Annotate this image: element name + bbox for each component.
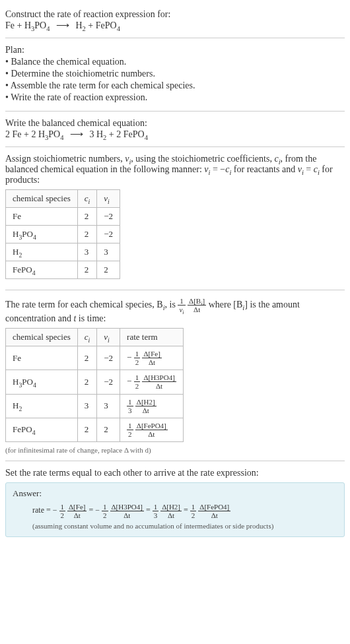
answer-box: Answer: rate = − 12 Δ[Fe]Δt = − 12 Δ[H3P… xyxy=(5,482,345,537)
plan-title: Plan: xyxy=(5,45,345,55)
final-section: Set the rate terms equal to each other t… xyxy=(5,464,345,541)
divider xyxy=(5,290,345,290)
balanced-section: Write the balanced chemical equation: 2 … xyxy=(5,114,345,144)
rateterm-intro: The rate term for each chemical species,… xyxy=(5,297,345,324)
stoich-table: chemical species ci νi Fe 2 −2 H3PO4 2 −… xyxy=(5,189,120,279)
table-row: FePO4 2 2 xyxy=(6,261,120,279)
table-row: H3PO4 2 −2 xyxy=(6,226,120,243)
frac: Δ[Bi]Δt xyxy=(188,297,206,313)
table-row: H3PO4 2 −2 − 12 Δ[H3PO4]Δt xyxy=(6,370,184,394)
plan-section: Plan: • Balance the chemical equation. •… xyxy=(5,41,345,108)
divider xyxy=(5,38,345,38)
table-row: Fe 2 −2 xyxy=(6,208,120,226)
col-nui: νi xyxy=(97,190,120,208)
balanced-title: Write the balanced chemical equation: xyxy=(5,118,345,129)
plan-item: • Determine the stoichiometric numbers. xyxy=(5,69,345,79)
rateterm-note: (for infinitesimal rate of change, repla… xyxy=(5,446,345,454)
prompt-title: Construct the rate of reaction expressio… xyxy=(5,9,345,20)
table-row: FePO4 2 2 12 Δ[FePO4]Δt xyxy=(6,418,184,441)
table-row: H2 3 3 13 Δ[H2]Δt xyxy=(6,394,184,418)
answer-assumption: (assuming constant volume and no accumul… xyxy=(13,522,337,530)
plan-item: • Write the rate of reaction expression. xyxy=(5,92,345,103)
frac: 1νi xyxy=(178,297,185,313)
prompt-section: Construct the rate of reaction expressio… xyxy=(5,5,345,35)
col-ci: ci xyxy=(77,190,97,208)
plan-item: • Balance the chemical equation. xyxy=(5,57,345,67)
divider xyxy=(5,146,345,147)
table-header-row: chemical species ci νi rate term xyxy=(6,329,184,346)
stoich-section: Assign stoichiometric numbers, νi, using… xyxy=(5,150,345,287)
divider xyxy=(5,461,345,461)
table-row: Fe 2 −2 − 12 Δ[Fe]Δt xyxy=(6,346,184,370)
stoich-intro: Assign stoichiometric numbers, νi, using… xyxy=(5,154,345,185)
divider xyxy=(5,111,345,112)
final-title: Set the rate terms equal to each other t… xyxy=(5,468,345,478)
plan-item: • Assemble the rate term for each chemic… xyxy=(5,80,345,91)
table-header-row: chemical species ci νi xyxy=(6,190,120,208)
balanced-equation: 2 Fe + 2 H3PO4 ⟶ 3 H2 + 2 FePO4 xyxy=(5,129,345,140)
col-species: chemical species xyxy=(6,190,78,208)
rate-expression: rate = − 12 Δ[Fe]Δt = − 12 Δ[H3PO4]Δt = … xyxy=(13,503,337,519)
table-row: H2 3 3 xyxy=(6,243,120,261)
answer-label: Answer: xyxy=(13,488,337,499)
rateterm-table: chemical species ci νi rate term Fe 2 −2… xyxy=(5,328,184,442)
rateterm-section: The rate term for each chemical species,… xyxy=(5,293,345,458)
prompt-equation: Fe + H3PO4 ⟶ H2 + FePO4 xyxy=(5,20,345,31)
